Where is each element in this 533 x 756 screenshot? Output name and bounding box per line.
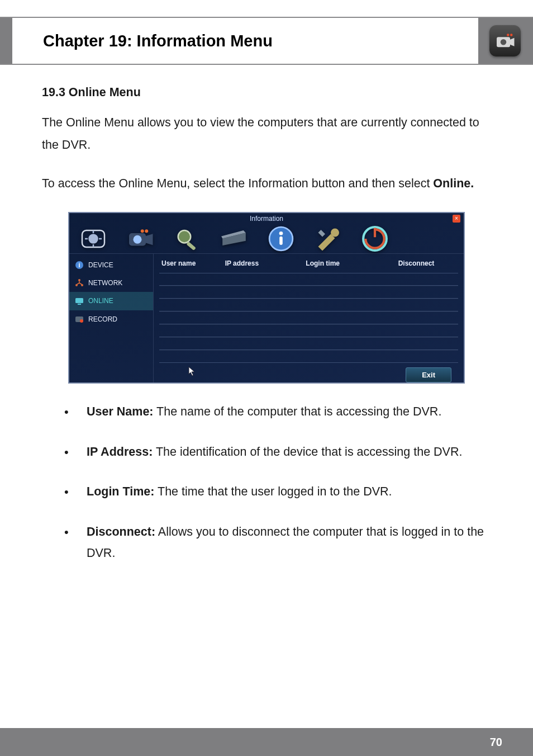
definition-desc: The time that the user logged in to the … (154, 485, 392, 498)
screenshot-figure: Information × (68, 212, 465, 384)
svg-text:i: i (78, 262, 80, 268)
sidebar-item-online[interactable]: ONLINE (69, 292, 153, 310)
window-titlebar: Information × (69, 213, 464, 224)
access-paragraph: To access the Online Menu, select the In… (42, 173, 491, 195)
section-heading: 19.3 Online Menu (42, 82, 491, 104)
info-icon[interactable] (267, 228, 295, 249)
settings-icon[interactable] (79, 228, 107, 249)
window-body: iDEVICENETWORKONLINERECORD User name IP … (69, 254, 464, 382)
svg-point-17 (279, 231, 283, 235)
svg-point-13 (145, 229, 148, 233)
table-row[interactable] (159, 337, 458, 350)
window-title: Information (250, 212, 283, 225)
intro-paragraph: The Online Menu allows you to view the c… (42, 112, 491, 157)
col-logintime: Login time (306, 257, 398, 270)
svg-point-11 (134, 235, 142, 244)
drive-icon[interactable] (220, 228, 248, 249)
information-window: Information × (68, 212, 465, 384)
sidebar: iDEVICENETWORKONLINERECORD (69, 254, 154, 382)
svg-rect-28 (78, 304, 81, 305)
table-row[interactable] (159, 273, 458, 286)
table-header-row: User name IP address Login time Disconne… (154, 254, 464, 273)
table-rows (154, 273, 464, 363)
table-row[interactable] (159, 350, 458, 363)
tools-icon[interactable] (314, 228, 342, 249)
table-row[interactable] (159, 299, 458, 311)
svg-point-1 (501, 39, 507, 45)
sidebar-item-label: ONLINE (88, 295, 113, 307)
record-dot-icon (75, 315, 84, 324)
svg-rect-18 (279, 237, 283, 245)
sidebar-item-record[interactable]: RECORD (69, 310, 153, 328)
definition-term: IP Address: (87, 445, 153, 459)
sidebar-item-device[interactable]: iDEVICE (69, 256, 153, 274)
sidebar-item-label: NETWORK (88, 277, 122, 289)
definition-term: Login Time: (87, 485, 154, 498)
window-footer: Exit (154, 367, 464, 382)
definition-item: Disconnect: Allows you to disconnect the… (64, 522, 491, 564)
access-paragraph-bold: Online. (433, 177, 474, 190)
definition-desc: The identification of the device that is… (153, 445, 462, 459)
definition-term: User Name: (87, 405, 154, 418)
definition-item: IP Address: The identification of the de… (64, 442, 491, 463)
col-disconnect: Disconnect (398, 257, 456, 270)
chapter-header-bar: Chapter 19: Information Menu (0, 17, 533, 65)
toolbar (69, 224, 464, 254)
mouse-cursor-icon (188, 366, 196, 376)
sidebar-item-label: DEVICE (88, 259, 113, 271)
svg-point-24 (78, 279, 80, 281)
page-content: 19.3 Online Menu The Online Menu allows … (0, 65, 533, 564)
access-paragraph-text: To access the Online Menu, select the In… (42, 177, 433, 190)
definitions-list: User Name: The name of the computer that… (42, 401, 491, 564)
exit-button[interactable]: Exit (406, 367, 451, 382)
document-page: Chapter 19: Information Menu 19.3 Online… (0, 0, 533, 756)
table-row[interactable] (159, 311, 458, 324)
definition-desc: The name of the computer that is accessi… (154, 405, 442, 418)
main-panel: User name IP address Login time Disconne… (154, 254, 464, 382)
definition-term: Disconnect: (87, 525, 155, 538)
power-icon[interactable] (361, 228, 389, 249)
sidebar-item-label: RECORD (88, 313, 117, 325)
svg-point-19 (331, 228, 339, 237)
col-ipaddress: IP address (225, 257, 306, 270)
network-nodes-icon (75, 278, 84, 287)
svg-rect-15 (186, 242, 196, 250)
monitor-icon (75, 297, 84, 306)
definition-item: User Name: The name of the computer that… (64, 401, 491, 423)
page-number: 70 (490, 736, 502, 749)
col-username: User name (161, 257, 225, 270)
table-row[interactable] (159, 324, 458, 337)
chapter-title: Chapter 19: Information Menu (43, 32, 273, 50)
close-icon[interactable]: × (453, 215, 460, 223)
svg-point-5 (88, 234, 98, 244)
svg-point-14 (178, 230, 191, 243)
svg-point-2 (507, 34, 510, 36)
camera-icon (489, 25, 521, 56)
search-icon[interactable] (173, 228, 201, 249)
info-circle-icon: i (75, 261, 84, 270)
page-footer: 70 (0, 728, 533, 756)
svg-rect-27 (75, 298, 83, 303)
sidebar-item-network[interactable]: NETWORK (69, 274, 153, 292)
table-row[interactable] (159, 286, 458, 299)
definition-item: Login Time: The time that the user logge… (64, 481, 491, 503)
camera-toolbar-icon[interactable] (126, 228, 154, 249)
chapter-title-wrap: Chapter 19: Information Menu (12, 18, 478, 64)
cursor-area (154, 363, 464, 367)
svg-point-30 (80, 319, 83, 323)
svg-point-3 (510, 34, 513, 36)
svg-point-12 (141, 229, 144, 233)
